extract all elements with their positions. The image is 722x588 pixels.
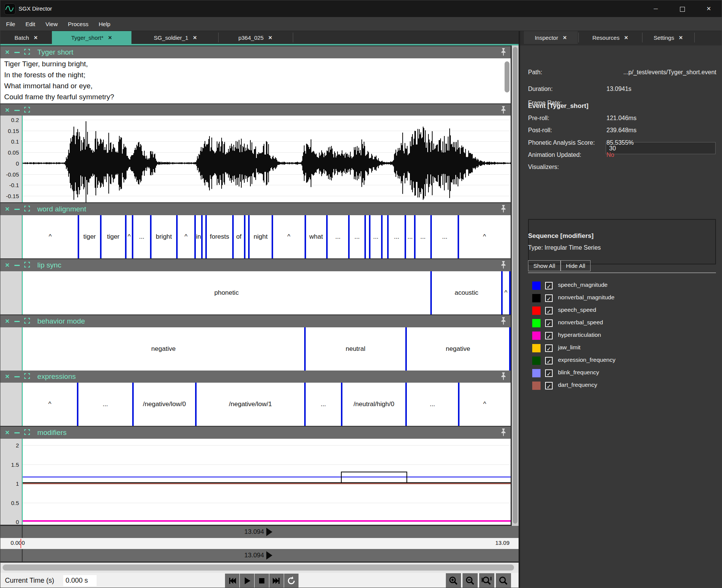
segment-divider[interactable] <box>364 215 366 258</box>
close-icon[interactable]: ✕ <box>5 206 10 213</box>
close-icon[interactable]: ✕ <box>193 35 197 41</box>
minimize-icon[interactable] <box>14 209 20 210</box>
close-icon[interactable]: ✕ <box>624 35 628 41</box>
maximize-icon[interactable] <box>24 429 30 436</box>
pin-icon[interactable] <box>500 428 507 438</box>
close-icon[interactable]: ✕ <box>679 35 683 41</box>
waveform-plot[interactable] <box>22 116 511 202</box>
close-icon[interactable]: ✕ <box>563 35 567 41</box>
current-time-field[interactable]: 0.000 s <box>63 575 97 586</box>
close-icon[interactable]: ✕ <box>5 373 10 380</box>
segment-divider[interactable] <box>501 271 503 314</box>
timeline-horizontal-scrollbar[interactable] <box>0 563 519 573</box>
minimize-icon[interactable] <box>14 321 20 322</box>
show-all-button[interactable]: Show All <box>528 260 561 271</box>
menu-item-view[interactable]: View <box>45 21 58 27</box>
segment-divider[interactable] <box>176 215 178 258</box>
playhead-line[interactable] <box>22 439 23 525</box>
pin-icon[interactable] <box>500 372 507 382</box>
playhead-line[interactable] <box>22 383 23 426</box>
segment-divider[interactable] <box>387 215 389 258</box>
expressions-plot[interactable]: ^.../negative/low/0/negative/low/1.../ne… <box>22 383 511 426</box>
close-icon[interactable]: ✕ <box>5 429 10 436</box>
menu-item-file[interactable]: File <box>6 21 15 27</box>
segment-divider[interactable] <box>348 215 350 258</box>
timeline-slider-top[interactable]: 13.094 <box>0 526 519 538</box>
behavior_mode-plot[interactable]: negativeneutralnegative <box>22 327 511 371</box>
menu-item-process[interactable]: Process <box>68 21 88 27</box>
close-icon[interactable]: ✕ <box>5 107 10 114</box>
close-icon[interactable]: ✕ <box>5 318 10 325</box>
zoom-select-button[interactable] <box>496 573 511 588</box>
visibility-checkbox[interactable]: ✓ <box>545 319 553 327</box>
segment-divider[interactable] <box>369 215 370 258</box>
segment-divider[interactable] <box>205 215 207 258</box>
maximize-icon[interactable] <box>24 49 30 56</box>
segment-divider[interactable] <box>132 383 134 426</box>
segment-divider[interactable] <box>458 383 459 426</box>
segment-divider[interactable] <box>244 215 245 258</box>
segment-divider[interactable] <box>458 215 459 258</box>
segment-divider[interactable] <box>201 215 203 258</box>
pin-icon[interactable] <box>500 48 507 58</box>
segment-divider[interactable] <box>414 215 416 258</box>
visibility-checkbox[interactable]: ✓ <box>545 294 553 302</box>
timeline-slider-bottom[interactable]: 13.094 <box>0 549 519 561</box>
tab-sg_soldier_1[interactable]: SG_soldier_1✕ <box>133 31 218 44</box>
playhead-line[interactable] <box>22 327 23 371</box>
segment-divider[interactable] <box>195 383 197 426</box>
tab-tyger_short-[interactable]: Tyger_short*✕ <box>52 31 131 44</box>
segment-divider[interactable] <box>405 383 407 426</box>
close-button[interactable]: ✕ <box>700 0 717 17</box>
zoom-out-button[interactable] <box>463 573 478 588</box>
maximize-icon[interactable] <box>24 318 30 325</box>
minimize-icon[interactable] <box>14 432 20 433</box>
menu-item-help[interactable]: Help <box>98 21 110 27</box>
minimize-icon[interactable] <box>14 376 20 377</box>
zoom-in-button[interactable] <box>446 573 461 588</box>
segment-divider[interactable] <box>326 215 328 258</box>
text-scrollbar-thumb[interactable] <box>505 61 509 92</box>
playhead-line[interactable] <box>22 215 23 258</box>
segment-divider[interactable] <box>305 215 306 258</box>
close-icon[interactable]: ✕ <box>5 262 10 269</box>
lip_sync-plot[interactable]: phoneticacoustic^ <box>22 271 511 314</box>
stop-button[interactable] <box>255 574 269 588</box>
minimize-button[interactable]: ─ <box>647 0 664 17</box>
play-button[interactable] <box>240 574 254 588</box>
playhead-line[interactable] <box>22 116 23 202</box>
pin-icon[interactable] <box>500 261 507 271</box>
close-icon[interactable]: ✕ <box>34 35 38 41</box>
scrollbar-thumb[interactable] <box>3 565 514 571</box>
tab-settings[interactable]: Settings✕ <box>643 31 694 44</box>
loop-button[interactable] <box>284 574 298 588</box>
maximize-icon[interactable] <box>24 206 30 213</box>
tab-p364_025[interactable]: p364_025✕ <box>219 31 291 44</box>
visibility-checkbox[interactable]: ✓ <box>545 382 553 389</box>
segment-divider[interactable] <box>509 271 511 314</box>
segment-divider[interactable] <box>272 215 273 258</box>
segment-divider[interactable] <box>248 215 250 258</box>
close-icon[interactable]: ✕ <box>5 49 10 56</box>
segment-divider[interactable] <box>405 215 406 258</box>
word_alignment-plot[interactable]: ^tigertiger^...bright^inforestsofnight^w… <box>22 215 511 258</box>
scrollbar-thumb[interactable] <box>513 47 517 524</box>
tab-resources[interactable]: Resources✕ <box>579 31 641 44</box>
segment-divider[interactable] <box>125 215 127 258</box>
zoom-fit-button[interactable] <box>479 573 494 588</box>
tab-inspector[interactable]: Inspector✕ <box>524 31 578 44</box>
minimize-icon[interactable] <box>14 52 20 53</box>
segment-divider[interactable] <box>304 383 306 426</box>
modifiers-plot[interactable] <box>22 439 511 525</box>
visibility-checkbox[interactable]: ✓ <box>545 369 553 377</box>
menu-item-edit[interactable]: Edit <box>25 21 35 27</box>
visibility-checkbox[interactable]: ✓ <box>545 307 553 314</box>
segment-divider[interactable] <box>341 383 342 426</box>
pin-icon[interactable] <box>500 205 507 214</box>
tracks-vertical-scrollbar[interactable] <box>512 45 519 526</box>
skip-end-button[interactable] <box>269 574 284 588</box>
maximize-icon[interactable] <box>24 262 30 269</box>
maximize-icon[interactable] <box>24 373 30 380</box>
segment-divider[interactable] <box>78 215 79 258</box>
maximize-icon[interactable] <box>24 107 30 114</box>
